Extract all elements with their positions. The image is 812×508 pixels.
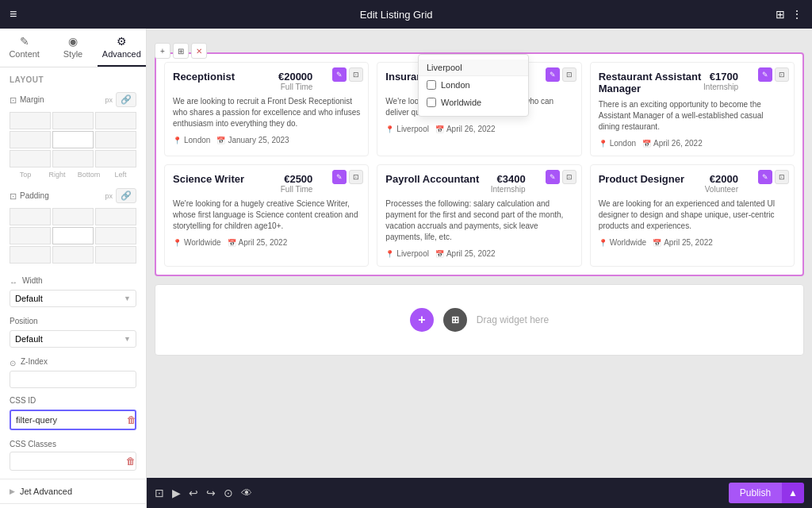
- position-dropdown[interactable]: Default ▼: [10, 330, 136, 348]
- hamburger-icon[interactable]: ≡: [10, 7, 17, 21]
- job-card-5-location-text: Worldwide: [610, 238, 647, 247]
- job-card-5-title: Product Designer: [599, 173, 684, 185]
- publish-button[interactable]: Publish: [729, 483, 782, 503]
- job-card-3-toolbar: ✎ ⊡: [332, 170, 363, 184]
- top-bar-icons: ⊞ ⋮: [776, 8, 802, 21]
- grid-view-icon[interactable]: ⊞: [776, 8, 785, 21]
- position-value: Default: [15, 334, 43, 344]
- margin-bottom-left: [10, 150, 51, 167]
- sidebar: ✎ Content ◉ Style ⚙ Advanced Layout ⊡ Ma…: [0, 29, 147, 508]
- tab-advanced[interactable]: ⚙ Advanced: [98, 29, 146, 67]
- tab-style[interactable]: ◉ Style: [48, 29, 97, 67]
- history-icon[interactable]: ⊙: [224, 487, 233, 499]
- advanced-tab-icon: ⚙: [117, 35, 127, 48]
- job-card-1-location: 📍 Liverpool: [385, 125, 429, 133]
- width-icon: ↔: [10, 278, 17, 287]
- margin-center: [52, 131, 94, 148]
- css-classes-input[interactable]: [15, 456, 124, 466]
- css-id-delete-btn[interactable]: 🗑: [125, 414, 138, 425]
- job-card-1-footer: 📍 Liverpool 📅 April 26, 2022: [385, 125, 573, 133]
- job-card-0-duplicate-btn[interactable]: ⊡: [349, 67, 363, 82]
- more-options-icon[interactable]: ⋮: [791, 8, 802, 21]
- style-tab-label: Style: [63, 49, 82, 59]
- listing-widget: + ⊞ ✕ Liverpool London Worldwide: [155, 52, 804, 276]
- grid-icon: ⊞: [451, 314, 459, 325]
- canvas-area: + ⊞ ✕ Liverpool London Worldwide: [147, 29, 812, 478]
- job-card-2-duplicate-btn[interactable]: ⊡: [775, 67, 789, 82]
- job-card-2-title: Restaurant Assistant Manager: [599, 71, 703, 94]
- filter-london-checkbox[interactable]: [427, 80, 436, 90]
- margin-left[interactable]: [10, 131, 51, 148]
- widget-close-btn[interactable]: ✕: [191, 43, 207, 59]
- job-card-3-edit-btn[interactable]: ✎: [332, 170, 347, 184]
- padding-right[interactable]: [95, 227, 136, 244]
- eye-icon[interactable]: 👁: [241, 487, 252, 499]
- undo-icon[interactable]: ↩: [189, 487, 198, 499]
- redo-icon[interactable]: ↪: [206, 487, 216, 499]
- z-index-input[interactable]: [10, 371, 136, 388]
- margin-right[interactable]: [95, 131, 136, 148]
- job-card-4-title: Payroll Accountant: [385, 173, 479, 185]
- padding-top[interactable]: [52, 208, 94, 225]
- widget-add-btn[interactable]: +: [155, 43, 170, 59]
- padding-bottom[interactable]: [52, 246, 94, 264]
- job-card-3-duplicate-btn[interactable]: ⊡: [349, 170, 363, 184]
- margin-top[interactable]: [52, 112, 94, 129]
- tab-content[interactable]: ✎ Content: [0, 29, 48, 67]
- job-card-4-toolbar: ✎ ⊡: [546, 170, 576, 184]
- css-classes-delete-btn[interactable]: 🗑: [124, 456, 137, 467]
- grid-widget-btn[interactable]: ⊞: [443, 308, 467, 332]
- margin-top-label: Top: [10, 171, 41, 179]
- job-card-4-duplicate-btn[interactable]: ⊡: [562, 170, 576, 184]
- add-widget-btn[interactable]: +: [410, 308, 434, 332]
- dynamic-visibility-header[interactable]: ▶ Dynamic Visibility: [0, 504, 146, 508]
- margin-bottom[interactable]: [52, 150, 94, 167]
- padding-left-input[interactable]: [10, 232, 50, 240]
- padding-top-input[interactable]: [53, 213, 93, 221]
- job-card-0-location-text: London: [184, 136, 210, 144]
- job-card-4-location-text: Liverpool: [396, 249, 429, 258]
- margin-bottom-input[interactable]: [53, 155, 93, 163]
- job-card-1-duplicate-btn[interactable]: ⊡: [562, 67, 576, 82]
- filter-option-worldwide[interactable]: Worldwide: [419, 94, 528, 111]
- job-card-2-edit-btn[interactable]: ✎: [758, 67, 772, 82]
- padding-right-input[interactable]: [96, 232, 136, 240]
- preview-icon[interactable]: ▶: [172, 487, 181, 499]
- responsive-icon[interactable]: ⊡: [155, 487, 164, 499]
- job-card-5-duplicate-btn[interactable]: ⊡: [775, 170, 789, 184]
- css-id-input[interactable]: [16, 415, 125, 425]
- filter-worldwide-checkbox[interactable]: [427, 98, 436, 107]
- job-card-3-location: 📍 Worldwide: [173, 238, 221, 247]
- job-card-0: ✎ ⊡ Receptionist €20000 Full Time We are…: [164, 62, 369, 156]
- job-card-1-edit-btn[interactable]: ✎: [546, 67, 560, 82]
- margin-spacing-grid: [10, 112, 136, 167]
- margin-link-btn[interactable]: 🔗: [116, 92, 136, 107]
- widget-grid-btn[interactable]: ⊞: [173, 43, 189, 59]
- margin-top-input[interactable]: [53, 117, 93, 125]
- job-card-1-date: 📅 April 26, 2022: [435, 125, 496, 133]
- publish-arrow-btn[interactable]: ▲: [782, 483, 804, 503]
- job-card-4-footer: 📍 Liverpool 📅 April 25, 2022: [385, 249, 573, 258]
- filter-option-london[interactable]: London: [419, 76, 528, 94]
- job-card-4-date: 📅 April 25, 2022: [435, 249, 496, 258]
- job-card-0-edit-btn[interactable]: ✎: [332, 67, 347, 82]
- job-card-5-edit-btn[interactable]: ✎: [758, 170, 772, 184]
- widget-toolbar: + ⊞ ✕: [155, 43, 207, 59]
- padding-link-btn[interactable]: 🔗: [116, 188, 136, 203]
- margin-right-input[interactable]: [96, 136, 136, 144]
- job-card-4-edit-btn[interactable]: ✎: [546, 170, 560, 184]
- padding-left[interactable]: [10, 227, 51, 244]
- job-card-5-description: We are looking for an experienced and ta…: [599, 198, 786, 232]
- top-bar: ≡ Edit Listing Grid ⊞ ⋮: [0, 0, 812, 29]
- margin-labels-row: Top Right Bottom Left: [10, 171, 136, 179]
- width-dropdown[interactable]: Default ▼: [10, 290, 136, 307]
- bottom-bar: ⊡ ▶ ↩ ↪ ⊙ 👁 Publish ▲: [147, 478, 812, 508]
- padding-bottom-input[interactable]: [53, 251, 93, 259]
- z-index-label: Z-Index: [21, 357, 48, 366]
- job-card-2-type: Internship: [703, 83, 738, 91]
- margin-field: ⊡ Margin px 🔗 Top Right: [0, 87, 146, 183]
- job-card-0-description: We are looking to recruit a Front Desk R…: [173, 96, 360, 129]
- margin-left-input[interactable]: [10, 136, 50, 144]
- z-index-icon: ⊙: [10, 359, 16, 368]
- jet-advanced-header[interactable]: ▶ Jet Advanced: [0, 479, 146, 503]
